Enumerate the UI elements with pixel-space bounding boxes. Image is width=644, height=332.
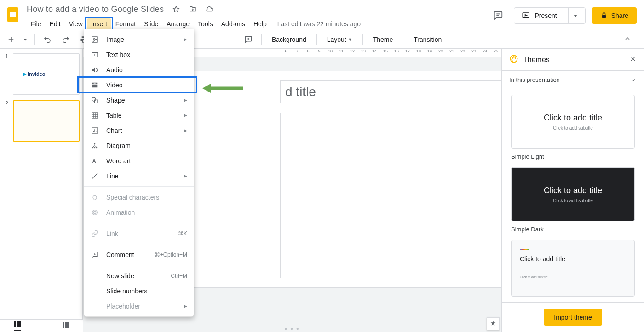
insert-menu-line[interactable]: Line▶ <box>84 168 194 183</box>
insert-menu-animation: Animation <box>84 205 194 220</box>
last-edit-link[interactable]: Last edit was 22 minutes ago <box>277 20 361 28</box>
close-icon[interactable] <box>629 55 637 64</box>
ruler-tick: 24 <box>479 49 490 57</box>
insert-menu-slide-numbers[interactable]: Slide numbers <box>84 283 194 298</box>
slide-number: 2 <box>3 100 8 142</box>
video-icon <box>91 81 99 89</box>
transition-button[interactable]: Transition <box>409 33 446 46</box>
svg-rect-37 <box>95 83 96 83</box>
svg-rect-22 <box>63 326 64 328</box>
ruler-tick: 17 <box>402 49 413 57</box>
undo-button[interactable] <box>40 33 55 46</box>
link-icon <box>91 230 99 237</box>
menu-item-label: Special characters <box>106 194 187 201</box>
menu-arrange[interactable]: Arrange <box>162 18 194 29</box>
slide-thumbnail-2[interactable] <box>13 100 80 142</box>
svg-point-51 <box>96 147 98 148</box>
insert-menu-diagram[interactable]: Diagram <box>84 138 194 153</box>
title-placeholder[interactable]: d title <box>280 80 501 103</box>
svg-rect-18 <box>67 322 69 324</box>
import-theme-button[interactable]: Import theme <box>544 309 602 326</box>
new-slide-caret[interactable] <box>22 33 29 46</box>
insert-menu-video[interactable]: Video <box>84 77 194 92</box>
svg-point-32 <box>93 38 95 39</box>
share-button[interactable]: Share <box>592 7 637 24</box>
menu-slide[interactable]: Slide <box>140 18 162 29</box>
move-icon[interactable] <box>189 5 197 13</box>
collapse-toolbar-button[interactable] <box>624 35 631 44</box>
svg-marker-60 <box>202 84 211 93</box>
header: How to add a video to Google Slides File… <box>0 0 644 30</box>
star-icon[interactable] <box>172 5 180 13</box>
present-caret[interactable] <box>568 7 578 24</box>
slide-thumbnail-1[interactable]: ▶invideo <box>13 53 80 95</box>
cloud-icon[interactable] <box>205 5 213 13</box>
body-placeholder[interactable] <box>280 113 501 278</box>
ruler-tick: 9 <box>314 49 325 57</box>
insert-menu-audio[interactable]: Audio <box>84 62 194 77</box>
theme-button[interactable]: Theme <box>368 33 398 46</box>
insert-menu-table[interactable]: Table▶ <box>84 108 194 123</box>
submenu-arrow-icon: ▶ <box>184 128 187 133</box>
insert-menu-image[interactable]: Image▶ <box>84 32 194 47</box>
insert-menu-special-characters: Special characters <box>84 189 194 205</box>
filmstrip-view-button[interactable] <box>14 321 21 331</box>
view-switcher <box>0 319 83 332</box>
theme-simple-light[interactable]: Click to add title Click to add subtitle <box>511 95 635 149</box>
svg-point-49 <box>92 147 94 148</box>
svg-line-54 <box>92 173 98 178</box>
svg-rect-19 <box>63 324 64 326</box>
slide-canvas[interactable]: d title <box>183 71 501 288</box>
svg-rect-16 <box>63 322 64 324</box>
menu-help[interactable]: Help <box>249 18 271 29</box>
annotation-arrow <box>202 83 244 95</box>
line-icon <box>91 172 99 180</box>
redo-button[interactable] <box>58 33 73 46</box>
shape-icon <box>91 97 99 104</box>
present-label: Present <box>535 12 557 19</box>
menu-insert[interactable]: Insert <box>87 18 111 29</box>
ruler-tick: 12 <box>347 49 358 57</box>
submenu-arrow-icon: ▶ <box>184 37 187 42</box>
themes-section-toggle[interactable]: In this presentation <box>502 71 644 89</box>
background-button[interactable]: Background <box>267 33 311 46</box>
ruler-tick: 16 <box>391 49 402 57</box>
submenu-arrow-icon: ▶ <box>184 173 187 178</box>
insert-menu-new-slide[interactable]: New slideCtrl+M <box>84 268 194 283</box>
menu-file[interactable]: File <box>27 18 46 29</box>
ruler-tick: 7 <box>292 49 303 57</box>
insert-comment-button[interactable] <box>241 33 256 46</box>
document-title[interactable]: How to add a video to Google Slides <box>27 5 164 14</box>
svg-rect-24 <box>67 326 69 328</box>
new-slide-button[interactable] <box>4 33 18 46</box>
textbox-icon: T <box>91 51 99 58</box>
ruler-tick: 8 <box>303 49 314 57</box>
insert-menu-chart[interactable]: Chart▶ <box>84 123 194 138</box>
svg-rect-17 <box>65 322 67 324</box>
menu-view[interactable]: View <box>65 18 87 29</box>
slides-logo[interactable] <box>4 6 22 24</box>
menubar: File Edit View Insert Format Slide Arran… <box>27 18 489 29</box>
share-label: Share <box>611 12 628 19</box>
explore-button[interactable] <box>487 317 500 330</box>
insert-menu-comment[interactable]: Comment⌘+Option+M <box>84 247 194 262</box>
insert-menu-text-box[interactable]: TText box <box>84 47 194 62</box>
theme-simple-dark[interactable]: Click to add title Click to add subtitle <box>511 167 635 221</box>
insert-menu-word-art[interactable]: AWord art <box>84 153 194 168</box>
present-button[interactable]: Present <box>514 7 585 24</box>
themes-panel: Themes In this presentation Click to add… <box>501 49 644 332</box>
menu-addons[interactable]: Add-ons <box>217 18 249 29</box>
svg-marker-6 <box>525 15 527 16</box>
menu-edit[interactable]: Edit <box>46 18 65 29</box>
theme-streamline[interactable]: Click to add title Click to add subtitle <box>511 240 635 297</box>
comments-button[interactable] <box>489 6 507 25</box>
menu-format[interactable]: Format <box>111 18 140 29</box>
layout-button[interactable]: Layout▼ <box>322 33 357 46</box>
svg-marker-2 <box>173 6 179 12</box>
menu-tools[interactable]: Tools <box>194 18 217 29</box>
grid-view-button[interactable] <box>63 322 69 330</box>
shortcut-label: ⌘K <box>178 230 187 237</box>
speaker-notes-handle[interactable]: ● ● ● <box>284 326 300 331</box>
insert-menu-link: Link⌘K <box>84 226 194 241</box>
insert-menu-shape[interactable]: Shape▶ <box>84 92 194 108</box>
